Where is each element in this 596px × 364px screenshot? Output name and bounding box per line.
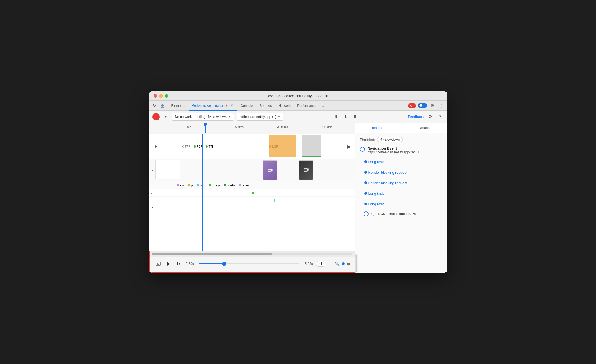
delete-icon[interactable]: 🗑 (351, 113, 359, 120)
toolbar-right: ⬆ ⬇ 🗑 (332, 113, 359, 120)
chevron-down-icon: ▼ (277, 115, 280, 118)
maximize-button[interactable] (165, 94, 168, 98)
network-row-3 (149, 204, 355, 211)
tab-elements[interactable]: Elements (168, 101, 189, 111)
bullet-1 (364, 171, 367, 174)
target-dropdown[interactable]: coffee-cart.netlify.app (1) ▼ (237, 113, 284, 121)
svg-rect-5 (268, 170, 271, 171)
devtools-window: DevTools - coffee-cart.netlify.app/?ad=1… (149, 91, 447, 273)
playback-bar: 0.69s 5.93s x1 🔍 ⊕ (149, 251, 355, 273)
menu-icon[interactable]: ⋮ (438, 102, 445, 109)
tab-network[interactable]: Network (275, 101, 294, 111)
nav-event-bullet (360, 147, 365, 152)
image-color (209, 184, 211, 186)
nav-event-title: Navigation Event (368, 146, 443, 150)
tti-dot (206, 145, 208, 148)
long-task-link-2[interactable]: Long task (368, 191, 384, 196)
play-button[interactable] (165, 260, 172, 268)
bullet-3 (364, 192, 367, 195)
window-title: DevTools - coffee-cart.netlify.app/?ad=1 (266, 94, 330, 98)
timeline-panel: 0ms 1,600ms 3,200ms 4,800ms (149, 123, 355, 273)
scroll-thumb[interactable] (356, 255, 357, 272)
tab-bar-right: ✕ 1 💬 1 ⚙ ⋮ (408, 102, 445, 109)
skip-back-button[interactable] (175, 260, 183, 268)
thumbnail-1[interactable] (263, 160, 277, 180)
record-button[interactable] (152, 113, 160, 120)
network-row-1: ▶ (149, 189, 355, 197)
legend-other-label: other (242, 184, 249, 187)
insights-tab[interactable]: Insights (355, 123, 401, 133)
more-tabs-button[interactable]: » (321, 104, 326, 108)
network-row-2 (149, 197, 355, 204)
close-button[interactable] (154, 94, 157, 98)
dcl-circle-icon (371, 213, 374, 216)
cursor-icon[interactable] (151, 102, 158, 109)
legend-js-label: js (191, 184, 194, 187)
fcp-marker: FCP (194, 145, 203, 148)
row-expand-icon[interactable] (151, 168, 154, 173)
scrubber-area (150, 251, 355, 257)
tab-sources[interactable]: Sources (256, 101, 275, 111)
dcl-item: DCM content loaded 0.7s (364, 209, 443, 219)
throttle-dropdown[interactable]: No network throttling, 4× slowdown ▼ (172, 113, 234, 121)
captions-icon[interactable] (154, 260, 162, 268)
legend-image-label: image (212, 184, 220, 187)
title-bar: DevTools - coffee-cart.netlify.app/?ad=1 (149, 91, 447, 101)
expand-arrow[interactable]: ▶ (347, 144, 351, 149)
legend-css-label: css (180, 184, 185, 187)
playback-controls: 0.69s 5.93s x1 🔍 ⊕ (150, 257, 355, 271)
scrubber-track[interactable] (152, 253, 352, 255)
tab-bar: Elements Performance insights 🔺 ✕ Consol… (149, 101, 447, 111)
thumbnail-2[interactable] (299, 160, 313, 180)
cursor-head (204, 123, 207, 126)
insight-item-4: Long task (364, 199, 443, 209)
playback-slider[interactable] (199, 263, 300, 264)
long-task-link-1[interactable]: Long task (368, 160, 384, 164)
svg-rect-3 (163, 106, 164, 107)
right-panel: Insights Details Throttled: 4× slowdown … (355, 123, 447, 273)
svg-rect-2 (161, 106, 162, 107)
scrubber-fill (152, 253, 272, 255)
tab-performance[interactable]: Performance (294, 101, 320, 111)
long-task-link-3[interactable]: Long task (368, 202, 384, 206)
tick-4800ms: 4,800ms (322, 125, 332, 128)
render-block-link-2[interactable]: Render blocking request (368, 181, 407, 185)
render-block-link-1[interactable]: Render blocking request (368, 170, 407, 175)
feedback-link[interactable]: Feedback (408, 115, 424, 119)
dcl-bullet-bottom (364, 211, 369, 216)
network-bars-3 (149, 204, 355, 211)
time-end: 5.93s (305, 262, 313, 266)
settings-gear-icon[interactable]: ⚙ (427, 113, 434, 120)
toolbar: ▼ No network throttling, 4× slowdown ▼ c… (149, 111, 447, 123)
network-bars-1 (155, 189, 355, 196)
row-expand-icon[interactable]: ▶ (149, 192, 155, 194)
svg-rect-1 (163, 104, 164, 105)
svg-rect-8 (304, 169, 307, 171)
tab-performance-insights[interactable]: Performance insights 🔺 ✕ (189, 101, 237, 111)
throttle-badge[interactable]: 4× slowdown (377, 137, 403, 142)
scroll-indicator (355, 254, 358, 273)
play-icon[interactable] (155, 145, 157, 148)
speed-button[interactable]: x1 (316, 261, 325, 267)
dropdown-arrow-icon[interactable]: ▼ (162, 113, 169, 120)
inspect-icon[interactable] (159, 102, 166, 109)
download-icon[interactable]: ⬇ (342, 113, 349, 120)
tti-marker: TTI (206, 145, 213, 148)
slider-thumb[interactable] (222, 262, 226, 266)
tick-0ms: 0ms (186, 125, 191, 128)
bullet-4 (364, 203, 367, 205)
zoom-out-icon[interactable]: 🔍 (335, 262, 340, 266)
message-badge[interactable]: 💬 1 (418, 103, 427, 108)
tab-close-icon[interactable]: ✕ (230, 103, 234, 107)
details-tab[interactable]: Details (401, 123, 447, 133)
minimize-button[interactable] (159, 94, 163, 98)
tab-console[interactable]: Console (237, 101, 256, 111)
help-icon[interactable]: ? (437, 113, 444, 120)
zoom-in-icon[interactable]: ⊕ (347, 262, 350, 266)
settings-icon[interactable]: ⚙ (429, 102, 436, 109)
other-color (239, 184, 241, 186)
upload-icon[interactable]: ⬆ (332, 113, 340, 120)
dcl-bottom-label: DCM content loaded 0.7s (368, 212, 416, 216)
legend-css: css (177, 184, 185, 187)
error-badge[interactable]: ✕ 1 (408, 103, 416, 108)
